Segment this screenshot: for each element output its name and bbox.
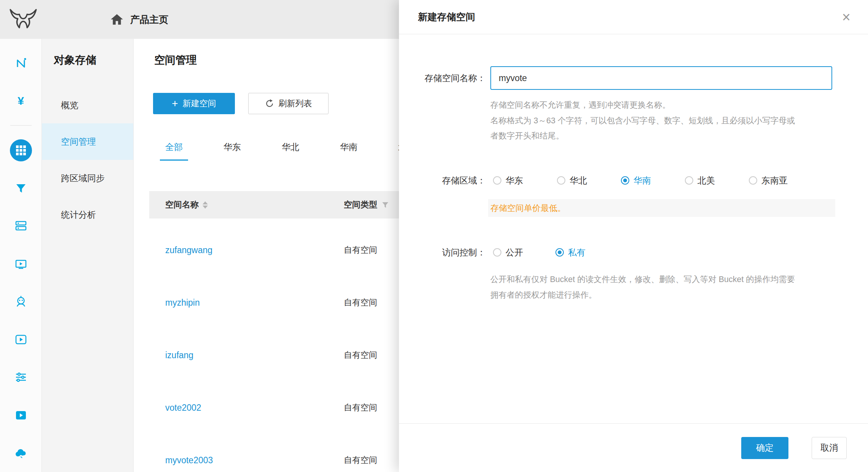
radio-icon[interactable] bbox=[685, 176, 693, 185]
bucket-name-link[interactable]: izufang bbox=[165, 329, 193, 381]
radio-checked-icon[interactable] bbox=[555, 248, 564, 257]
radio-checked-icon[interactable] bbox=[621, 176, 629, 185]
cancel-button[interactable]: 取消 bbox=[812, 437, 847, 459]
sidebar-item-overview[interactable]: 概览 bbox=[42, 87, 133, 123]
refresh-icon bbox=[265, 99, 279, 108]
access-option-public[interactable]: 公开 bbox=[493, 247, 523, 258]
rail-divider bbox=[10, 120, 32, 131]
plus-icon: + bbox=[172, 98, 178, 109]
video-icon[interactable] bbox=[0, 396, 41, 434]
access-label: 访问控制： bbox=[399, 242, 486, 262]
confirm-button[interactable]: 确定 bbox=[741, 437, 788, 459]
page-title: 空间管理 bbox=[154, 54, 197, 66]
robot-icon[interactable] bbox=[0, 283, 41, 321]
player-icon[interactable] bbox=[0, 321, 41, 358]
column-space-name: 空间名称 bbox=[165, 199, 199, 210]
radio-icon[interactable] bbox=[493, 176, 501, 185]
bucket-name-help: 存储空间名称不允许重复，遇到冲突请更换名称。 名称格式为 3～63 个字符，可以… bbox=[490, 97, 795, 144]
tab-east-china[interactable]: 华东 bbox=[218, 135, 246, 161]
column-space-type: 空间类型 bbox=[344, 199, 377, 210]
streaming-funnel-icon[interactable] bbox=[0, 169, 41, 207]
region-label: 存储区域： bbox=[399, 171, 486, 190]
refresh-list-button[interactable]: 刷新列表 bbox=[248, 93, 329, 114]
finance-icon[interactable]: ¥ bbox=[0, 82, 41, 120]
sidebar-item-cross-region-sync[interactable]: 跨区域同步 bbox=[42, 160, 133, 196]
bucket-type: 自有空间 bbox=[344, 276, 377, 329]
sidebar-item-statistics[interactable]: 统计分析 bbox=[42, 196, 133, 233]
region-option-east[interactable]: 华东 bbox=[493, 175, 523, 187]
region-option-southeast-asia[interactable]: 东南亚 bbox=[749, 175, 788, 187]
create-space-button[interactable]: + 新建空间 bbox=[153, 93, 235, 114]
sidebar-item-space-management[interactable]: 空间管理 bbox=[42, 123, 133, 160]
bucket-name-link[interactable]: vote2002 bbox=[165, 381, 201, 434]
bucket-type: 自有空间 bbox=[344, 224, 377, 276]
radio-icon[interactable] bbox=[749, 176, 757, 185]
object-storage-icon[interactable] bbox=[0, 131, 41, 169]
create-bucket-drawer: 新建存储空间 × 存储空间名称： 存储空间名称不允许重复，遇到冲突请更换名称。 … bbox=[399, 0, 868, 472]
region-option-north[interactable]: 华北 bbox=[557, 175, 587, 187]
cloud-icon[interactable] bbox=[0, 434, 41, 472]
bucket-type: 自有空间 bbox=[344, 329, 377, 381]
bucket-name-input[interactable] bbox=[490, 66, 832, 90]
access-help: 公开和私有仅对 Bucket 的读文件生效，修改、删除、写入等对 Bucket … bbox=[490, 272, 795, 303]
access-options: 公开 私有 bbox=[493, 242, 586, 262]
radio-icon[interactable] bbox=[493, 248, 501, 257]
close-icon[interactable]: × bbox=[842, 10, 850, 24]
access-option-private[interactable]: 私有 bbox=[555, 247, 586, 258]
region-option-south[interactable]: 华南 bbox=[621, 175, 651, 187]
radio-icon[interactable] bbox=[557, 176, 565, 185]
bucket-name-label: 存储空间名称： bbox=[399, 66, 486, 90]
drawer-footer: 确定 取消 bbox=[399, 423, 868, 472]
drawer-title: 新建存储空间 bbox=[418, 11, 475, 23]
bucket-name-link[interactable]: myzhipin bbox=[165, 276, 200, 329]
home-icon[interactable] bbox=[110, 13, 123, 26]
product-rail: ¥ bbox=[0, 39, 42, 472]
server-icon[interactable] bbox=[0, 207, 41, 245]
region-options: 华东 华北 华南 北美 东南亚 bbox=[493, 171, 788, 190]
sort-icon[interactable] bbox=[203, 201, 208, 209]
region-price-note: 存储空间单价最低。 bbox=[488, 199, 835, 217]
tab-south-china[interactable]: 华南 bbox=[335, 135, 363, 161]
bucket-type: 自有空间 bbox=[344, 434, 377, 472]
tv-play-icon[interactable] bbox=[0, 245, 41, 282]
product-home-label[interactable]: 产品主页 bbox=[130, 13, 168, 26]
object-storage-sidebar: 对象存储 概览 空间管理 跨区域同步 统计分析 bbox=[42, 39, 134, 472]
bucket-name-link[interactable]: zufangwang bbox=[165, 224, 212, 276]
qiniu-logo-icon[interactable] bbox=[8, 8, 38, 30]
n-product-icon[interactable] bbox=[0, 44, 41, 82]
filter-icon[interactable] bbox=[382, 202, 389, 208]
sliders-icon[interactable] bbox=[0, 359, 41, 396]
sidebar-title: 对象存储 bbox=[42, 39, 133, 66]
region-option-north-america[interactable]: 北美 bbox=[685, 175, 715, 187]
bucket-type: 自有空间 bbox=[344, 381, 377, 434]
bucket-name-link[interactable]: myvote2003 bbox=[165, 434, 213, 472]
tab-all[interactable]: 全部 bbox=[160, 135, 188, 161]
tab-north-china[interactable]: 华北 bbox=[276, 135, 305, 161]
